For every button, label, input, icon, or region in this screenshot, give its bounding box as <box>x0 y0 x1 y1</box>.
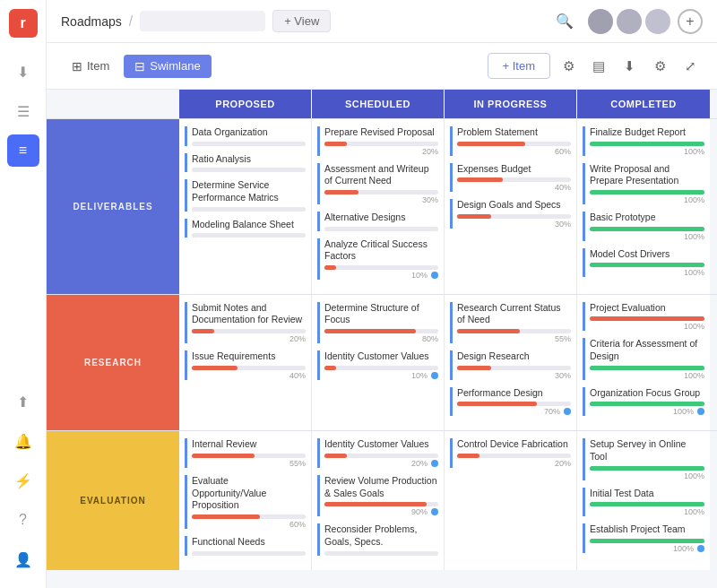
list-item[interactable]: Performance Design70% <box>450 387 571 417</box>
list-item[interactable]: Design Research30% <box>450 350 571 380</box>
list-item[interactable]: Functional Needs <box>185 536 306 556</box>
progress-label: 100% <box>673 544 694 553</box>
progress-bar <box>590 316 704 321</box>
list-item[interactable]: Research Current Status of Need55% <box>450 302 571 343</box>
list-item[interactable]: Assessment and Writeup of Current Need30… <box>317 163 438 204</box>
progress-bar-fill <box>192 329 214 333</box>
list-item[interactable]: Initial Test Data100% <box>583 488 704 517</box>
list-item[interactable]: Finalize Budget Report100% <box>583 126 704 156</box>
list-view-icon: ⊞ <box>72 59 82 74</box>
progress-label: 55% <box>289 459 306 468</box>
progress-bar-fill <box>590 502 704 506</box>
col-header-scheduled: SCHEDULED <box>312 90 445 118</box>
list-item[interactable]: Identity Customer Values20% <box>317 438 438 468</box>
item-view-button[interactable]: ⊞ Item <box>61 55 120 78</box>
list-item[interactable]: Project Evaluation100% <box>583 302 704 332</box>
list-item[interactable]: Identity Customer Values10% <box>317 350 438 380</box>
list-item[interactable]: Determine Service Performance Matrics <box>185 179 306 211</box>
list-item[interactable]: Prepare Revised Proposal20% <box>317 126 438 156</box>
list-item[interactable]: Expenses Budget40% <box>450 163 571 193</box>
progress-bar-fill <box>590 142 704 146</box>
swimlane-view-button[interactable]: ⊟ Swimlane <box>124 55 211 78</box>
swimlane-view-icon: ⊟ <box>134 59 145 74</box>
list-item[interactable]: Basic Prototype100% <box>583 212 704 241</box>
progress-bar <box>324 454 438 458</box>
sidebar-icon-list[interactable]: ☰ <box>7 95 39 127</box>
topbar-search-input[interactable] <box>140 11 265 31</box>
add-view-button[interactable]: + View <box>272 10 331 32</box>
list-item[interactable]: Model Cost Drivers100% <box>583 248 704 278</box>
list-item[interactable]: Ratio Analysis <box>185 153 306 173</box>
export-action[interactable]: ⬇ <box>617 54 642 79</box>
sidebar-icon-help[interactable]: ? <box>7 504 39 536</box>
list-item[interactable]: Evaluate Opportunity/Value Proposition60… <box>185 475 306 529</box>
progress-label: 10% <box>411 271 428 280</box>
board-column-headers: PROPOSED SCHEDULED IN PROGRESS COMPLETED <box>179 90 717 118</box>
card-title: Project Evaluation <box>590 302 704 315</box>
list-item[interactable]: Establish Project Team100% <box>583 523 704 553</box>
progress-bar <box>590 263 704 267</box>
list-item[interactable]: Design Goals and Specs30% <box>450 199 571 229</box>
list-item[interactable]: Organization Focus Group100% <box>583 387 704 417</box>
list-item[interactable]: Internal Review55% <box>185 438 306 468</box>
progress-bar-fill <box>457 329 520 333</box>
list-item[interactable]: Data Organization <box>185 126 306 146</box>
progress-bar <box>590 502 704 506</box>
card-title: Establish Project Team <box>590 523 704 536</box>
app-logo[interactable]: r <box>9 9 38 38</box>
expand-action[interactable]: ⤢ <box>678 54 703 79</box>
add-member-button[interactable]: + <box>678 9 703 34</box>
list-item[interactable]: Submit Notes and Documentation for Revie… <box>185 302 306 343</box>
list-item[interactable]: Analyze Critical Success Factors10% <box>317 238 438 280</box>
list-item[interactable]: Determine Structure of Focus80% <box>317 302 438 343</box>
card-title: Review Volume Production & Sales Goals <box>324 475 438 499</box>
filter-action[interactable]: ⚙ <box>556 54 581 79</box>
settings-action[interactable]: ⚙ <box>647 54 672 79</box>
card-title: Setup Servey in Online Tool <box>590 438 704 463</box>
list-item[interactable]: Review Volume Production & Sales Goals90… <box>317 475 438 516</box>
sidebar-icon-inbox[interactable]: ⬆ <box>7 385 39 418</box>
list-item[interactable]: Alternative Designs <box>317 212 438 231</box>
sidebar-icon-bell[interactable]: 🔔 <box>7 425 39 457</box>
card-title: Issue Requirements <box>192 350 306 363</box>
progress-bar <box>324 227 438 231</box>
card-title: Functional Needs <box>192 536 306 549</box>
progress-bar <box>590 142 704 146</box>
sidebar-icon-download[interactable]: ⬇ <box>7 56 39 88</box>
list-item[interactable]: Write Proposal and Prepare Presentation1… <box>583 163 704 204</box>
row-label-deliverables: DELIVERABLES <box>47 119 179 294</box>
progress-label: 20% <box>422 147 438 156</box>
progress-bar-fill <box>590 366 704 370</box>
progress-bar <box>192 454 306 458</box>
progress-bar <box>590 227 704 231</box>
progress-bar-fill <box>457 177 503 182</box>
search-icon[interactable]: 🔍 <box>549 5 581 38</box>
sidebar-icon-user[interactable]: 👤 <box>7 543 39 575</box>
list-item[interactable]: Modeling Balance Sheet <box>185 219 306 238</box>
progress-bar-fill <box>324 190 358 195</box>
board-cell-r0-c1: Prepare Revised Proposal20%Assessment an… <box>312 119 445 294</box>
list-item[interactable]: Problem Statement60% <box>450 126 571 156</box>
dot-indicator <box>431 372 438 379</box>
columns-action[interactable]: ▤ <box>586 54 611 79</box>
progress-label: 20% <box>411 459 428 468</box>
progress-bar <box>324 502 438 506</box>
sidebar-icon-flash[interactable]: ⚡ <box>7 464 39 497</box>
add-item-button[interactable]: + Item <box>488 53 551 79</box>
progress-bar-fill <box>324 329 416 333</box>
list-item[interactable]: Criteria for Assessment of Design100% <box>583 338 704 379</box>
row-label-research: RESEARCH <box>47 295 179 431</box>
list-item[interactable]: Setup Servey in Online Tool100% <box>583 438 704 480</box>
progress-label: 100% <box>684 147 704 156</box>
progress-label: 10% <box>411 371 428 380</box>
card-title: Evaluate Opportunity/Value Proposition <box>192 475 306 512</box>
list-item[interactable]: Issue Requirements40% <box>185 350 306 380</box>
board-cell-r1-c2: Research Current Status of Need55%Design… <box>445 295 577 431</box>
card-title: Criteria for Assessment of Design <box>590 338 704 362</box>
list-item[interactable]: Reconsider Problems, Goals, Specs. <box>317 523 438 555</box>
avatar-2 <box>617 9 642 34</box>
card-title: Submit Notes and Documentation for Revie… <box>192 302 306 326</box>
list-item[interactable]: Control Device Fabrication20% <box>450 438 571 468</box>
topbar-title: Roadmaps <box>61 14 122 29</box>
sidebar-icon-roadmap[interactable]: ≡ <box>7 134 39 167</box>
